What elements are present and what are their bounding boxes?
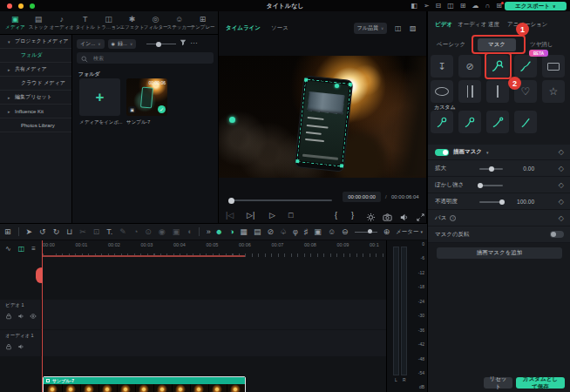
tab-audio[interactable]: オーディオ [458, 21, 486, 29]
playhead-handle[interactable] [36, 267, 43, 283]
keyframe-button[interactable]: ◇ [559, 148, 564, 156]
ai-draw-mask-button[interactable] [514, 55, 537, 78]
sidebar-item-shared-media[interactable]: ▸ 共有メディア [0, 63, 71, 77]
timeline-clip[interactable]: サンプル-7 [43, 376, 246, 392]
filter-icon[interactable] [180, 39, 187, 48]
custom-mask-1[interactable] [431, 111, 453, 133]
tab-titles[interactable]: T タイトル [73, 16, 97, 30]
opacity-slider[interactable] [479, 201, 503, 203]
timeline-zoom-slider[interactable] [355, 228, 377, 235]
more-tools-icon[interactable]: » [207, 228, 211, 236]
invert-mask-toggle[interactable] [550, 231, 564, 238]
motion-tracking-icon[interactable]: ⊘ [267, 228, 274, 236]
mark-out-button[interactable]: } [351, 209, 354, 221]
tab-stickers[interactable]: ☺ ステッカー [167, 16, 191, 30]
mask-handle[interactable] [340, 164, 343, 167]
draw-mask-toggle[interactable] [435, 149, 449, 156]
meter-dropdown[interactable]: メーター ▾ [396, 228, 423, 236]
save-as-custom-button[interactable]: カスタムとして保存 [516, 377, 565, 389]
audio-mixer-icon[interactable]: ♯ [304, 228, 309, 236]
keyframe-button[interactable]: ◇ [559, 198, 564, 206]
ripple-edit-icon[interactable]: ◫ [18, 246, 25, 253]
share-icon[interactable]: ➢ [424, 3, 430, 10]
sidebar-item-folder[interactable]: フォルダ [0, 49, 71, 63]
voiceover-icon[interactable]: φ [293, 228, 298, 236]
undo-icon[interactable]: ↺ [39, 228, 46, 236]
tab-transitions[interactable]: ◫ トラ…ョン [97, 16, 120, 30]
audio-track-lane[interactable]: オーディオ 1 [0, 330, 386, 356]
snap-icon[interactable]: ∿ [5, 246, 11, 253]
next-frame-button[interactable]: ▷| [247, 209, 254, 221]
tab-timeline-view[interactable]: タイムライン [226, 24, 261, 32]
tab-templates[interactable]: ⊞ テンプレー [191, 16, 214, 30]
lock-icon[interactable] [5, 313, 12, 320]
mask-control-point[interactable] [229, 117, 235, 123]
star-mask-button[interactable]: ☆ [542, 80, 565, 103]
playhead-line[interactable] [42, 240, 43, 392]
keyframe-button[interactable]: ◇ [559, 181, 564, 189]
keyframe-button[interactable]: ◇ [559, 214, 564, 222]
stabilization-icon[interactable]: ♤ [280, 228, 287, 236]
more-icon[interactable]: ⋯ [190, 40, 197, 47]
reset-button[interactable]: リセット [484, 377, 512, 389]
mask-handle[interactable] [295, 159, 299, 163]
tab-speed[interactable]: 速度 [488, 21, 499, 29]
layout-icon[interactable]: ⊟ [436, 3, 442, 10]
expand-slider[interactable] [479, 168, 503, 170]
delete-icon[interactable]: ⊔ [66, 228, 72, 236]
custom-mask-4[interactable] [514, 111, 537, 133]
cloud-icon[interactable]: ☁ [472, 3, 479, 10]
rectangle-mask-button[interactable] [542, 55, 565, 78]
mark-in-button[interactable]: { [335, 209, 337, 221]
green-screen-icon[interactable]: ▦ [240, 228, 248, 236]
subtab-matte[interactable]: ツヤ消し [530, 41, 553, 49]
tab-audio[interactable]: ♪ オーディオ [50, 16, 73, 30]
eye-icon[interactable] [30, 313, 37, 320]
tab-stock[interactable]: ▤ ストック [27, 16, 51, 30]
custom-mask-2[interactable] [458, 111, 481, 133]
tab-media[interactable]: ▣ メディア [3, 16, 27, 30]
sidebar-item-edit-presets[interactable]: ▸ 編集プリセット [0, 91, 71, 105]
text-tool-icon[interactable]: T. [106, 228, 112, 236]
import-media-tile[interactable]: + [79, 78, 120, 116]
tab-video[interactable]: ビデオ [435, 21, 452, 29]
line-mask-button[interactable] [486, 80, 509, 103]
scene-detection-icon[interactable]: ▤ [254, 228, 261, 236]
media-clip-thumbnail[interactable]: 00:00:06 ▣ ✓ [126, 78, 167, 116]
search-input[interactable] [92, 55, 209, 62]
tab-filters[interactable]: ◎ フィルター [144, 16, 167, 30]
ai-portrait-icon[interactable]: ☻ [214, 228, 222, 236]
ellipse-mask-button[interactable] [431, 80, 453, 103]
play-button[interactable]: ▷ [269, 209, 275, 221]
screen-record-icon[interactable]: ▣ [314, 228, 322, 236]
video-track-lane[interactable]: ビデオ 1 サンプル-7 [0, 300, 386, 329]
mask-handle[interactable] [304, 78, 308, 81]
custom-mask-3[interactable] [486, 111, 509, 133]
auto-reframe-icon[interactable]: ◑ [229, 228, 234, 236]
lock-icon[interactable] [5, 343, 12, 350]
video-viewport[interactable] [219, 56, 426, 178]
stop-button[interactable]: □ [288, 209, 293, 221]
seek-handle[interactable] [228, 198, 234, 204]
blur-slider[interactable] [479, 185, 503, 186]
workspace-icon[interactable]: ◫ [447, 3, 454, 10]
zoom-out-icon[interactable]: ⊖ [342, 228, 349, 236]
record-dropdown[interactable]: ◉ 録... ∨ [108, 39, 137, 49]
timeline-ruler[interactable]: 00:0000:0100:0200:0300:0400:0500:0600:07… [42, 240, 386, 257]
seek-bar[interactable] [229, 199, 332, 201]
split-screen-icon[interactable]: ◫ [395, 24, 402, 32]
select-tool-icon[interactable]: ➤ [26, 228, 33, 236]
export-button[interactable]: エクスポート ∨ [505, 2, 567, 10]
mute-icon[interactable] [17, 343, 24, 350]
double-line-mask-button[interactable] [458, 80, 481, 103]
mask-control-point[interactable] [335, 84, 339, 88]
add-draw-mask-button[interactable]: 描画マスクを追加 [437, 247, 562, 259]
notifications-icon[interactable]: ∩ [485, 3, 491, 10]
sidebar-item-cloud-media[interactable]: クラウド メディア [0, 77, 71, 91]
search-bar[interactable] [77, 52, 214, 64]
mask-handle[interactable] [349, 83, 352, 86]
quality-dropdown[interactable]: フル品質 ∨ [354, 23, 387, 34]
mute-icon[interactable] [17, 313, 24, 320]
tab-effects[interactable]: ✱ エフェクト [120, 16, 144, 30]
track-manager-icon[interactable]: ≡ [31, 246, 36, 253]
